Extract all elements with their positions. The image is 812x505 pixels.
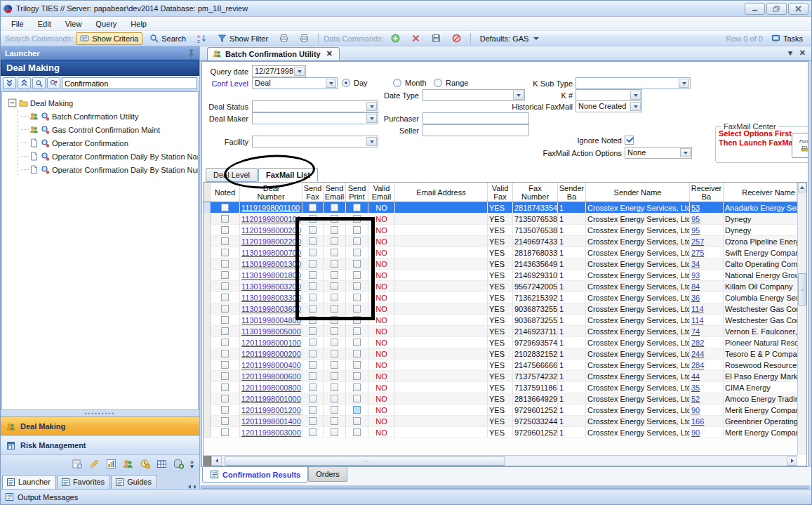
save-button[interactable]: [427, 32, 445, 45]
send-print-checkbox[interactable]: [353, 339, 361, 346]
send-fax-checkbox[interactable]: [309, 395, 317, 402]
receiver-ba-link[interactable]: 95: [691, 226, 700, 235]
send-email-checkbox[interactable]: [331, 237, 338, 245]
restore-button[interactable]: [766, 3, 787, 15]
noted-checkbox[interactable]: [221, 271, 229, 279]
menu-view[interactable]: View: [59, 18, 88, 29]
send-fax-checkbox[interactable]: [309, 372, 317, 380]
receiver-ba-link[interactable]: 257: [691, 237, 704, 246]
chevron-down-icon[interactable]: [366, 102, 377, 111]
send-email-checkbox[interactable]: [331, 339, 338, 346]
send-fax-checkbox[interactable]: [309, 204, 317, 211]
noted-checkbox[interactable]: [221, 372, 229, 380]
tree-item[interactable]: Gas Control Confirmation Maint: [21, 123, 198, 136]
horizontal-scroll-thumb[interactable]: ⋯: [225, 456, 505, 466]
send-fax-checkbox[interactable]: [309, 249, 317, 256]
receiver-ba-link[interactable]: 282: [691, 339, 704, 347]
receiver-ba-link[interactable]: 74: [691, 327, 700, 336]
receiver-ba-link[interactable]: 90: [691, 406, 700, 414]
add-record-button[interactable]: [387, 32, 404, 45]
table-row[interactable]: 12011998003000NOYES97296012521Crosstex E…: [204, 427, 806, 438]
send-print-checkbox[interactable]: [353, 305, 361, 313]
sidebar-splitter[interactable]: ▪▪▪▪▪▪▪▪▪: [1, 410, 199, 417]
menu-edit[interactable]: Edit: [32, 18, 58, 29]
noted-checkbox[interactable]: [221, 215, 229, 223]
radio-day[interactable]: Day: [342, 79, 368, 87]
deal-number-link[interactable]: 12011998001400: [241, 417, 301, 426]
send-print-checkbox[interactable]: [353, 361, 361, 369]
scroll-up-icon[interactable]: [798, 183, 806, 192]
receiver-ba-link[interactable]: 244: [691, 350, 704, 358]
send-email-checkbox[interactable]: [331, 294, 338, 301]
receiver-ba-link[interactable]: 114: [691, 305, 704, 313]
launch-faxmail-button[interactable]: FaxM: [792, 133, 808, 158]
search-button[interactable]: Search: [145, 32, 190, 45]
send-email-checkbox[interactable]: [331, 282, 338, 290]
column-header-receiver_name[interactable]: Receiver Name: [724, 183, 797, 202]
table-row[interactable]: 12011998000400NOYES21475666661Crosstex E…: [204, 360, 806, 371]
noted-checkbox[interactable]: [221, 395, 229, 402]
deal-number-link[interactable]: 12011998000400: [241, 361, 301, 369]
column-header-fax[interactable]: Fax Number: [513, 183, 558, 202]
deal-number-link[interactable]: 12011998000800: [241, 383, 301, 392]
report-icon[interactable]: [106, 459, 117, 469]
deal-number-link[interactable]: 12011998001000: [241, 395, 301, 403]
query-date-field[interactable]: 12/27/1998: [252, 65, 306, 77]
table-row[interactable]: 12011998000800NOYES71375911861Crosstex E…: [204, 382, 806, 393]
column-header-valid_email[interactable]: Valid Email: [368, 183, 395, 202]
deal-number-link[interactable]: 11301998001300: [241, 260, 301, 268]
table-row[interactable]: 11301998000700NOYES28187680331Crosstex E…: [204, 247, 806, 258]
noted-checkbox[interactable]: [221, 249, 229, 256]
noted-checkbox[interactable]: [221, 339, 229, 346]
receiver-ba-link[interactable]: 35: [691, 383, 700, 392]
noted-checkbox[interactable]: [221, 383, 229, 391]
receiver-ba-link[interactable]: 284: [691, 361, 704, 369]
table-row[interactable]: 12011998001000NOYES28136649291Crosstex E…: [204, 393, 806, 405]
users-icon[interactable]: [123, 459, 133, 469]
receiver-ba-link[interactable]: 84: [691, 282, 700, 291]
deal-number-link[interactable]: 11201998002200: [241, 237, 301, 246]
sidebar-group-deal-making[interactable]: Deal Making: [1, 417, 199, 435]
send-print-checkbox[interactable]: [353, 226, 361, 234]
table-row[interactable]: 11201998000200NOYES71350765381Crosstex E…: [204, 225, 806, 236]
tab-batch-confirmation-utility[interactable]: Batch Confirmation Utility ✕: [207, 47, 340, 60]
send-print-checkbox[interactable]: [353, 294, 361, 301]
search-launcher-button[interactable]: [32, 77, 46, 89]
table-row[interactable]: 12011998000100NOYES97296935741Crosstex E…: [204, 337, 806, 348]
noted-checkbox[interactable]: [221, 417, 229, 425]
show-filter-button[interactable]: Show Filter: [213, 32, 272, 45]
send-fax-checkbox[interactable]: [309, 339, 317, 346]
show-criteria-button[interactable]: Show Criteria: [76, 32, 142, 45]
send-email-checkbox[interactable]: [331, 383, 338, 391]
send-email-checkbox[interactable]: [331, 204, 338, 211]
send-email-checkbox[interactable]: [331, 372, 338, 380]
purchaser-input[interactable]: [422, 112, 529, 124]
print-preview-button[interactable]: [275, 32, 293, 45]
send-print-checkbox[interactable]: [353, 350, 361, 358]
deal-number-link[interactable]: 12011998000100: [241, 339, 301, 347]
send-fax-checkbox[interactable]: [309, 316, 317, 324]
noted-checkbox[interactable]: [221, 428, 229, 436]
k-sub-type-field[interactable]: [575, 77, 691, 89]
noted-checkbox[interactable]: [221, 294, 229, 301]
close-document-icon[interactable]: ✕: [799, 48, 806, 58]
sort-button[interactable]: AZ: [193, 32, 211, 45]
sidebar-group-risk-management[interactable]: Risk Management: [1, 435, 199, 454]
send-fax-checkbox[interactable]: [309, 406, 317, 414]
chevron-down-icon[interactable]: [630, 102, 641, 111]
send-fax-checkbox[interactable]: [309, 271, 317, 279]
delete-record-button[interactable]: [407, 32, 425, 45]
deal-number-link[interactable]: 12011998003000: [241, 428, 301, 437]
table-row[interactable]: 11301998003300NOYES71362153921Crosstex E…: [204, 292, 806, 303]
send-fax-checkbox[interactable]: [309, 350, 317, 358]
tree-item[interactable]: Operator Confirmation Daily By Station N…: [21, 150, 198, 163]
deal-number-link[interactable]: 11301998003300: [241, 294, 301, 302]
collapse-box-icon[interactable]: [8, 98, 17, 107]
menu-query[interactable]: Query: [89, 18, 123, 29]
send-print-checkbox[interactable]: [353, 327, 361, 335]
form-search-icon[interactable]: [72, 459, 83, 469]
column-header-send_print[interactable]: Send Print: [346, 183, 368, 202]
collapse-all-button[interactable]: [3, 77, 16, 89]
receiver-ba-link[interactable]: 275: [691, 249, 704, 257]
deal-number-link[interactable]: 11301998000700: [241, 249, 301, 257]
